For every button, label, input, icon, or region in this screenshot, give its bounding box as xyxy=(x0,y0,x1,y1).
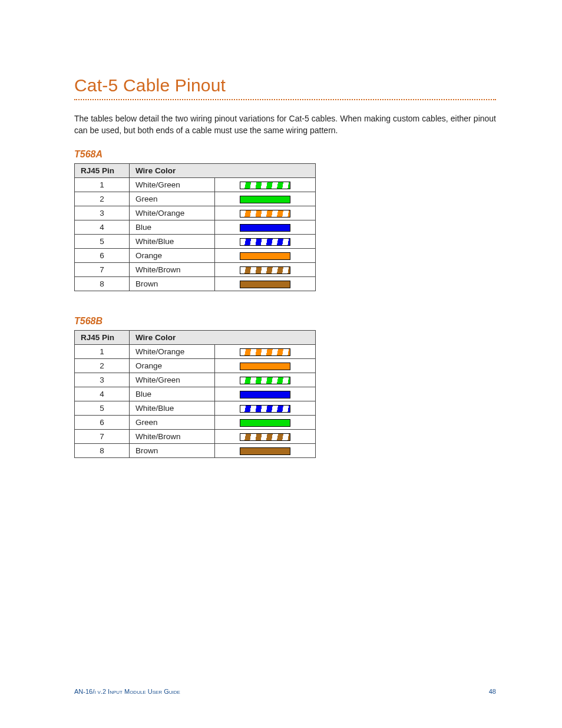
wire-swatch-icon xyxy=(240,281,290,288)
table-row: 8Brown xyxy=(75,277,316,291)
wire-swatch-icon xyxy=(240,363,290,370)
pin-cell: 4 xyxy=(75,220,130,235)
footer-page-number: 48 xyxy=(489,688,496,695)
wire-swatch-icon xyxy=(240,266,290,274)
wire-swatch-icon xyxy=(240,377,290,384)
table-row: 5White/Blue xyxy=(75,235,316,249)
wire-color-cell: White/Blue xyxy=(130,235,215,249)
wire-color-cell: Green xyxy=(130,192,215,206)
table-row: 2Green xyxy=(75,192,316,206)
wire-swatch-cell xyxy=(215,220,316,235)
pin-cell: 8 xyxy=(75,277,130,291)
wire-swatch-cell xyxy=(215,192,316,206)
wire-swatch-cell xyxy=(215,444,316,458)
wire-color-cell: Orange xyxy=(130,249,215,263)
table-row: 3White/Green xyxy=(75,373,316,387)
wire-swatch-icon xyxy=(240,238,290,246)
wire-swatch-icon xyxy=(240,447,290,455)
wire-swatch-cell xyxy=(215,263,316,277)
t568b-heading: T568B xyxy=(74,316,496,327)
pin-cell: 7 xyxy=(75,430,130,444)
wire-swatch-icon xyxy=(240,405,290,413)
title-rule xyxy=(74,99,496,100)
wire-swatch-icon xyxy=(240,433,290,441)
pin-cell: 7 xyxy=(75,263,130,277)
col-header-color: Wire Color xyxy=(130,331,316,345)
table-row: 2Orange xyxy=(75,359,316,373)
table-row: 1White/Green xyxy=(75,178,316,192)
table-row: 7White/Brown xyxy=(75,430,316,444)
wire-color-cell: White/Brown xyxy=(130,263,215,277)
table-row: 6Orange xyxy=(75,249,316,263)
wire-color-cell: Blue xyxy=(130,220,215,235)
wire-swatch-icon xyxy=(240,182,290,189)
col-header-pin: RJ45 Pin xyxy=(75,164,130,178)
pin-cell: 4 xyxy=(75,387,130,401)
table-row: 7White/Brown xyxy=(75,263,316,277)
wire-swatch-cell xyxy=(215,359,316,373)
pin-cell: 1 xyxy=(75,178,130,192)
table-row: 6Green xyxy=(75,416,316,430)
pin-cell: 8 xyxy=(75,444,130,458)
wire-swatch-icon xyxy=(240,196,290,203)
wire-swatch-cell xyxy=(215,206,316,220)
wire-swatch-cell xyxy=(215,249,316,263)
wire-swatch-cell xyxy=(215,430,316,444)
wire-color-cell: White/Blue xyxy=(130,401,215,416)
wire-swatch-cell xyxy=(215,178,316,192)
wire-color-cell: Brown xyxy=(130,277,215,291)
wire-swatch-cell xyxy=(215,235,316,249)
table-row: 4Blue xyxy=(75,220,316,235)
table-row: 1White/Orange xyxy=(75,345,316,359)
wire-swatch-icon xyxy=(240,252,290,260)
wire-swatch-icon xyxy=(240,348,290,356)
wire-color-cell: White/Orange xyxy=(130,206,215,220)
pin-cell: 2 xyxy=(75,192,130,206)
wire-color-cell: White/Brown xyxy=(130,430,215,444)
pin-cell: 2 xyxy=(75,359,130,373)
table-row: 5White/Blue xyxy=(75,401,316,416)
pin-cell: 3 xyxy=(75,206,130,220)
wire-swatch-cell xyxy=(215,416,316,430)
pin-cell: 5 xyxy=(75,235,130,249)
table-row: 4Blue xyxy=(75,387,316,401)
footer-left: AN-16/i v.2 Input Module User Guide xyxy=(74,688,180,695)
col-header-pin: RJ45 Pin xyxy=(75,331,130,345)
intro-paragraph: The tables below detail the two wiring p… xyxy=(74,113,496,136)
pin-cell: 5 xyxy=(75,401,130,416)
wire-swatch-cell xyxy=(215,277,316,291)
wire-swatch-icon xyxy=(240,391,290,398)
wire-swatch-cell xyxy=(215,345,316,359)
page-title: Cat-5 Cable Pinout xyxy=(74,75,496,95)
wire-color-cell: White/Green xyxy=(130,373,215,387)
wire-color-cell: Orange xyxy=(130,359,215,373)
wire-color-cell: Brown xyxy=(130,444,215,458)
pin-cell: 3 xyxy=(75,373,130,387)
pin-cell: 6 xyxy=(75,249,130,263)
wire-swatch-cell xyxy=(215,387,316,401)
pin-cell: 1 xyxy=(75,345,130,359)
wire-color-cell: Blue xyxy=(130,387,215,401)
t568a-table: RJ45 Pin Wire Color 1White/Green2Green3W… xyxy=(74,163,316,291)
wire-swatch-icon xyxy=(240,210,290,218)
wire-swatch-icon xyxy=(240,419,290,427)
wire-color-cell: White/Orange xyxy=(130,345,215,359)
wire-color-cell: Green xyxy=(130,416,215,430)
table-row: 8Brown xyxy=(75,444,316,458)
col-header-color: Wire Color xyxy=(130,164,316,178)
wire-color-cell: White/Green xyxy=(130,178,215,192)
t568a-heading: T568A xyxy=(74,149,496,160)
wire-swatch-cell xyxy=(215,401,316,416)
wire-swatch-icon xyxy=(240,224,290,232)
wire-swatch-cell xyxy=(215,373,316,387)
pin-cell: 6 xyxy=(75,416,130,430)
t568b-table: RJ45 Pin Wire Color 1White/Orange2Orange… xyxy=(74,330,316,458)
table-row: 3White/Orange xyxy=(75,206,316,220)
